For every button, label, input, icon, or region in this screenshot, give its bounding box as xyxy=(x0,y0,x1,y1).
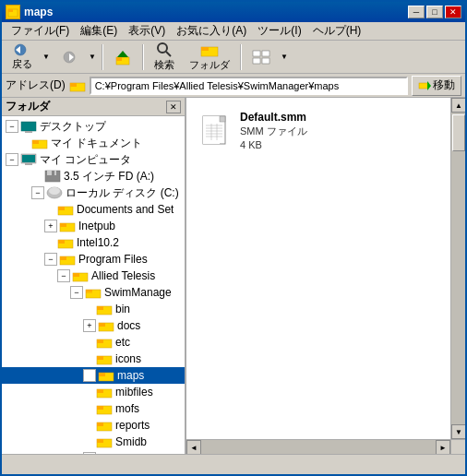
menu-file[interactable]: ファイル(F) xyxy=(6,21,75,41)
tree-label-smidb: Smidb xyxy=(115,435,147,448)
minimize-button[interactable]: ─ xyxy=(408,6,425,18)
tree-item-mofs[interactable]: mofs xyxy=(2,400,185,417)
tree-item-inetpub[interactable]: + Inetpub xyxy=(2,218,185,234)
folders-label: フォルダ xyxy=(189,58,230,72)
icons-icon xyxy=(96,352,113,365)
floppy-icon xyxy=(44,170,61,183)
sidebar-header: フォルダ ✕ xyxy=(2,98,185,116)
window-title: maps xyxy=(24,6,53,18)
docs-set-icon xyxy=(57,203,74,216)
tree-item-mibfiles[interactable]: mibfiles xyxy=(2,384,185,400)
tree-item-docs-set[interactable]: Documents and Set xyxy=(2,201,185,218)
tree-item-floppy[interactable]: 3.5 インチ FD (A:) xyxy=(2,168,185,184)
tree-item-desktop[interactable]: − デスクトップ xyxy=(2,118,185,135)
tree-item-mycomp[interactable]: − マイ コンピュータ xyxy=(2,151,185,168)
tree-item-docs[interactable]: + docs xyxy=(2,317,185,334)
tree-label-docs: docs xyxy=(117,319,140,332)
back-dropdown[interactable]: ▼ xyxy=(41,44,52,70)
bin-icon xyxy=(96,303,113,315)
address-label: アドレス(D) xyxy=(6,77,66,93)
maximize-button[interactable]: □ xyxy=(426,6,443,18)
menu-favorites[interactable]: お気に入り(A) xyxy=(171,21,252,41)
expand-swimmanager[interactable]: − xyxy=(70,286,83,299)
svg-rect-14 xyxy=(262,51,269,56)
scroll-up-button[interactable]: ▲ xyxy=(451,98,465,113)
tree-item-mydocs[interactable]: マイ ドキュメント xyxy=(2,135,185,151)
expand-allied[interactable]: − xyxy=(57,269,70,282)
tree-item-localc[interactable]: − ローカル ディスク (C:) xyxy=(2,184,185,201)
svg-rect-36 xyxy=(60,223,66,227)
svg-rect-26 xyxy=(22,155,35,162)
intel10-icon xyxy=(57,236,74,249)
tree-item-progfiles[interactable]: − Program Files xyxy=(2,251,185,268)
tree-item-icons[interactable]: icons xyxy=(2,351,185,367)
tree-item-bin[interactable]: bin xyxy=(2,301,185,317)
inetpub-icon xyxy=(59,220,76,232)
views-button[interactable] xyxy=(245,43,277,71)
go-button[interactable]: 移動 xyxy=(412,76,461,96)
menu-edit[interactable]: 編集(E) xyxy=(75,21,123,41)
tree-item-reports[interactable]: reports xyxy=(2,417,185,434)
folders-icon xyxy=(200,42,219,57)
svg-rect-40 xyxy=(60,256,66,260)
menu-help[interactable]: ヘルプ(H) xyxy=(307,21,367,41)
folders-button[interactable]: フォルダ xyxy=(183,43,236,71)
tree-item-swimmanager[interactable]: − SwimManage xyxy=(2,284,185,301)
up-icon xyxy=(114,50,132,65)
tree-item-smidb[interactable]: Smidb xyxy=(2,434,185,450)
progfiles-icon xyxy=(59,253,76,266)
expand-docs[interactable]: + xyxy=(83,319,96,332)
expand-inetpub[interactable]: + xyxy=(44,220,57,232)
tree-item-allied[interactable]: − Allied Telesis xyxy=(2,268,185,284)
main-panel: Default.smm SMM ファイル 4 KB xyxy=(186,98,450,439)
tree-label-icons: icons xyxy=(115,352,141,365)
address-input[interactable] xyxy=(90,77,408,95)
expand-desktop[interactable]: − xyxy=(6,120,18,133)
up-button[interactable] xyxy=(107,43,138,71)
tree-item-maps[interactable]: + maps xyxy=(2,367,185,384)
maps-icon xyxy=(98,369,114,382)
mycomp-icon xyxy=(20,153,37,166)
tree-item-intel10[interactable]: Intel10.2 xyxy=(2,234,185,251)
tree-label-mycomp: マイ コンピュータ xyxy=(40,152,131,168)
scroll-right-button[interactable]: ► xyxy=(436,440,450,454)
expand-maps[interactable]: + xyxy=(83,369,96,382)
tree-label-mibfiles: mibfiles xyxy=(115,386,153,399)
search-icon xyxy=(155,42,174,57)
main-window: maps ─ □ ✕ ファイル(F) 編集(E) 表示(V) お気に入り(A) … xyxy=(0,0,467,476)
tree-label-inetpub: Inetpub xyxy=(78,220,115,232)
desktop-icon xyxy=(20,120,37,133)
scroll-left-button[interactable]: ◄ xyxy=(186,440,201,454)
tree-item-etc[interactable]: etc xyxy=(2,334,185,351)
localc-icon xyxy=(46,186,63,199)
title-buttons: ─ □ ✕ xyxy=(408,6,461,18)
expand-localc[interactable]: − xyxy=(31,186,44,199)
expand-mycomp[interactable]: − xyxy=(6,153,18,166)
svg-rect-53 xyxy=(97,356,103,360)
menu-tools[interactable]: ツール(I) xyxy=(252,21,306,41)
sidebar-close-button[interactable]: ✕ xyxy=(166,101,181,113)
expand-progfiles[interactable]: − xyxy=(44,253,57,266)
scroll-down-button[interactable]: ▼ xyxy=(451,424,465,439)
file-type: SMM ファイル xyxy=(240,125,307,138)
address-folder-icon xyxy=(69,77,86,94)
horizontal-scrollbar: ◄ ► xyxy=(186,439,450,454)
forward-dropdown[interactable]: ▼ xyxy=(87,44,98,70)
etc-icon xyxy=(96,336,113,349)
back-label: 戻る xyxy=(12,57,32,71)
file-item-default-smm[interactable]: Default.smm SMM ファイル 4 KB xyxy=(196,107,311,154)
views-dropdown[interactable]: ▼ xyxy=(279,44,290,70)
folder-tree: − デスクトップ xyxy=(2,116,185,454)
scroll-thumb-v[interactable] xyxy=(452,114,465,151)
scroll-track-v xyxy=(451,113,465,424)
svg-point-9 xyxy=(158,43,167,53)
views-icon xyxy=(252,50,270,65)
menu-view[interactable]: 表示(V) xyxy=(123,21,171,41)
back-button[interactable]: 戻る xyxy=(6,43,39,71)
toolbar-sep-1 xyxy=(102,44,103,70)
file-size: 4 KB xyxy=(240,139,307,150)
forward-button[interactable] xyxy=(54,43,85,71)
close-button[interactable]: ✕ xyxy=(445,6,461,18)
search-button[interactable]: 検索 xyxy=(148,43,181,71)
swimmanager-icon xyxy=(85,286,102,299)
